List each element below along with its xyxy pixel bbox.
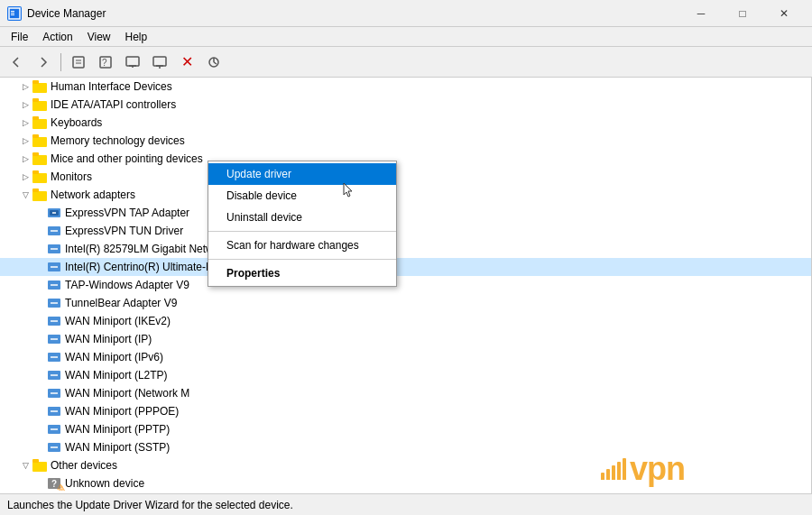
tree-item-intel-centrino[interactable]: ▷ Intel(R) Centrino(R) Ultimate-N 6300 A… xyxy=(0,258,811,276)
svg-rect-18 xyxy=(32,80,39,84)
context-menu-uninstall-device[interactable]: Uninstall device xyxy=(208,207,396,228)
network-adapter-icon xyxy=(47,440,61,455)
tree-item-human-interface[interactable]: ▷ Human Interface Devices xyxy=(0,78,811,96)
tree-item-wan-ipv6[interactable]: ▷ WAN Miniport (IPv6) xyxy=(0,348,811,366)
tree-item-wan-ip[interactable]: ▷ WAN Miniport (IP) xyxy=(0,330,811,348)
tree-item-memory-tech[interactable]: ▷ Memory technology devices xyxy=(0,132,811,150)
svg-rect-1 xyxy=(11,11,14,12)
tree-item-expressvpn-tun[interactable]: ▷ ExpressVPN TUN Driver xyxy=(0,222,811,240)
network-adapter-icon xyxy=(47,206,61,220)
tree-label-unknown-device: Unknown device xyxy=(65,477,144,490)
svg-rect-24 xyxy=(32,134,39,138)
close-button[interactable]: ✕ xyxy=(763,0,805,27)
context-menu-properties[interactable]: Properties xyxy=(208,262,396,284)
window-title: Device Manager xyxy=(27,7,680,20)
tree-label-wan-pptp: WAN Miniport (PPTP) xyxy=(65,423,170,436)
folder-icon xyxy=(32,97,47,112)
svg-rect-60 xyxy=(32,462,47,472)
tree-item-monitors[interactable]: ▷ Monitors xyxy=(0,168,811,186)
tree-item-wan-pptp[interactable]: ▷ WAN Miniport (PPTP) xyxy=(0,420,811,438)
menu-action[interactable]: Action xyxy=(35,29,79,45)
tree-item-tunnelbear[interactable]: ▷ TunnelBear Adapter V9 xyxy=(0,294,811,312)
network-adapter-icon xyxy=(47,386,61,400)
menu-bar: File Action View Help xyxy=(0,27,812,47)
menu-view[interactable]: View xyxy=(80,29,118,45)
expand-human-interface[interactable]: ▷ xyxy=(18,79,32,94)
toolbar-forward[interactable] xyxy=(31,51,56,74)
svg-rect-30 xyxy=(32,189,39,192)
toolbar-icon2[interactable] xyxy=(120,51,145,74)
tree-label-memory-tech: Memory technology devices xyxy=(51,134,185,147)
expand-other-devices[interactable]: ▽ xyxy=(18,458,32,473)
toolbar-back[interactable] xyxy=(4,51,29,74)
tree-item-ide-atapi[interactable]: ▷ IDE ATA/ATAPI controllers xyxy=(0,96,811,114)
tree-item-wan-l2tp[interactable]: ▷ WAN Miniport (L2TP) xyxy=(0,366,811,384)
toolbar-scan[interactable] xyxy=(201,51,226,74)
tree-label-wan-network: WAN Miniport (Network M xyxy=(65,387,189,400)
expand-network-adapters[interactable]: ▽ xyxy=(18,188,32,202)
toolbar-computer[interactable] xyxy=(147,51,172,74)
svg-rect-17 xyxy=(32,83,47,93)
toolbar-sep-1 xyxy=(60,53,61,71)
tree-scroll[interactable]: ▷ Human Interface Devices ▷ IDE ATA/ATAP… xyxy=(0,78,811,493)
svg-rect-28 xyxy=(32,170,39,174)
toolbar-properties[interactable] xyxy=(66,51,91,74)
expand-memory-tech[interactable]: ▷ xyxy=(18,133,32,148)
context-menu-disable-device[interactable]: Disable device xyxy=(208,185,396,207)
tree-label-wan-sstp: WAN Miniport (SSTP) xyxy=(65,441,170,454)
tree-label-wan-ip: WAN Miniport (IP) xyxy=(65,333,152,345)
tree-label-monitors: Monitors xyxy=(51,170,92,183)
svg-rect-20 xyxy=(32,98,39,102)
tree-item-wan-pppoe[interactable]: ▷ WAN Miniport (PPPOE) xyxy=(0,402,811,420)
main-content: ▷ Human Interface Devices ▷ IDE ATA/ATAP… xyxy=(0,78,812,493)
minimize-button[interactable]: ─ xyxy=(680,0,722,27)
svg-text:?: ? xyxy=(102,58,107,68)
tree-label-keyboards: Keyboards xyxy=(51,116,102,129)
watermark-central: central xyxy=(685,450,785,488)
svg-rect-21 xyxy=(32,119,47,129)
tree-item-tap-windows[interactable]: ▷ TAP-Windows Adapter V9 xyxy=(0,276,811,294)
tree-label-wan-ipv6: WAN Miniport (IPv6) xyxy=(65,351,163,363)
tree-view: ▷ Human Interface Devices ▷ IDE ATA/ATAP… xyxy=(0,78,812,493)
tree-item-wan-network[interactable]: ▷ WAN Miniport (Network M xyxy=(0,384,811,402)
expand-monitors[interactable]: ▷ xyxy=(18,170,32,184)
tree-item-wan-ikev2[interactable]: ▷ WAN Miniport (IKEv2) xyxy=(0,312,811,330)
menu-help[interactable]: Help xyxy=(118,29,155,45)
window-controls: ─ □ ✕ xyxy=(680,0,805,27)
app-icon xyxy=(7,6,22,21)
watermark: vpn central xyxy=(597,450,785,488)
toolbar-delete[interactable]: ✕ xyxy=(174,51,199,74)
expand-mice[interactable]: ▷ xyxy=(18,152,32,166)
context-menu-scan-hardware[interactable]: Scan for hardware changes xyxy=(208,235,396,256)
folder-icon xyxy=(32,79,47,94)
network-adapter-icon xyxy=(47,404,61,418)
tree-item-mice[interactable]: ▷ Mice and other pointing devices xyxy=(0,150,811,168)
tree-item-intel-82579[interactable]: ▷ Intel(R) 82579LM Gigabit Network Conne… xyxy=(0,240,811,258)
context-menu: Update driver Disable device Uninstall d… xyxy=(208,161,397,287)
toolbar: ? ✕ xyxy=(0,47,812,78)
status-bar: Launches the Update Driver Wizard for th… xyxy=(0,493,812,515)
svg-rect-23 xyxy=(32,137,47,147)
menu-file[interactable]: File xyxy=(4,29,35,45)
tree-item-keyboards[interactable]: ▷ Keyboards xyxy=(0,114,811,132)
maximize-button[interactable]: □ xyxy=(722,0,763,27)
expand-keyboards[interactable]: ▷ xyxy=(18,115,32,130)
context-menu-sep-2 xyxy=(208,259,396,260)
svg-rect-29 xyxy=(32,191,47,201)
expand-ide-atapi[interactable]: ▷ xyxy=(18,97,32,112)
tree-label-network-adapters: Network adapters xyxy=(51,189,135,201)
folder-icon xyxy=(32,170,47,184)
tree-item-network-adapters[interactable]: ▽ Network adapters xyxy=(0,186,811,204)
network-adapter-icon xyxy=(47,368,61,382)
svg-rect-12 xyxy=(153,57,166,66)
svg-rect-25 xyxy=(32,155,47,165)
context-menu-update-driver[interactable]: Update driver xyxy=(208,163,396,185)
network-adapter-icon xyxy=(47,296,61,310)
tree-item-expressvpn-tap[interactable]: ▷ ExpressVPN TAP Adapter xyxy=(0,204,811,222)
folder-icon xyxy=(32,115,47,130)
svg-rect-61 xyxy=(32,459,39,463)
folder-open-icon xyxy=(32,458,47,473)
tree-label-expressvpn-tun: ExpressVPN TUN Driver xyxy=(65,225,183,237)
toolbar-update[interactable]: ? xyxy=(93,51,118,74)
svg-rect-26 xyxy=(32,152,39,156)
